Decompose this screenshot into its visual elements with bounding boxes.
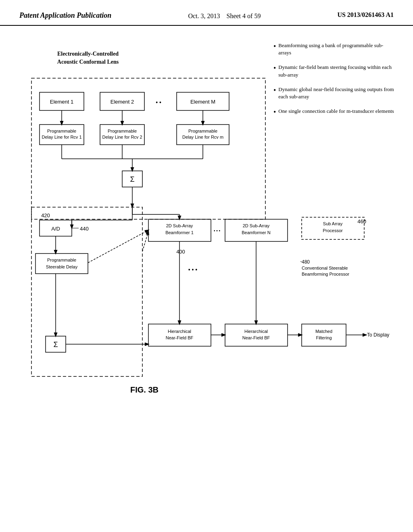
ref420-label: 420 — [41, 212, 50, 218]
delay1-line1: Programmable — [47, 129, 76, 133]
delayM-line1: Programmable — [188, 129, 217, 133]
svg-line-45 — [88, 230, 148, 263]
sheet-info: Sheet 4 of 59 — [227, 12, 261, 19]
prog-steerable-line1: Programmable — [47, 258, 76, 262]
delay2-line2: Delay Line for Rcv 2 — [102, 135, 142, 139]
hierarchicalN-line2: Near-Field BF — [242, 335, 270, 340]
svg-line-39 — [142, 231, 148, 251]
subarray-bfN-line2: Beamformer N — [242, 230, 271, 235]
dots-bf1: • • • — [214, 229, 221, 233]
diagram-container: • Beamforming using a bank of programmab… — [19, 34, 394, 477]
dots-elements: • • — [156, 99, 161, 106]
dots-vert-bf: • • • — [188, 266, 198, 273]
element2-label: Element 2 — [111, 99, 134, 105]
hierarchical1-line2: Near-Field BF — [166, 335, 194, 340]
delay1-line2: Delay Line for Rcv 1 — [42, 135, 81, 139]
matched-line2: Filtering — [316, 335, 332, 340]
element1-label: Element 1 — [50, 99, 74, 105]
header-center: Oct. 3, 2013 Sheet 4 of 59 — [188, 11, 261, 21]
ref400-label: 400 — [176, 249, 185, 255]
to-display-label: To Display — [367, 332, 389, 338]
svg-rect-21 — [35, 254, 88, 274]
conventional-label-ref: 480 — [302, 259, 310, 265]
diagram-svg: Element 1 Element 2 • • Element M Progra… — [19, 34, 394, 477]
hierarchical1-line1: Hierarchical — [168, 329, 191, 334]
subarray-bf1-line1: 2D Sub-Array — [166, 223, 193, 228]
ref440-label: 440 — [80, 226, 89, 232]
ref460-label: 460 — [357, 218, 366, 224]
patent-number: US 2013/0261463 A1 — [337, 11, 394, 19]
prog-steerable-line2: Steerable Delay — [46, 264, 78, 269]
main-content: • Beamforming using a bank of programmab… — [0, 26, 413, 485]
sigma-bottom-label: Σ — [53, 341, 58, 349]
matched-line1: Matched — [315, 329, 332, 334]
subarray-proc-line2: Processor — [323, 228, 343, 233]
fig-label: FIG. 3B — [130, 385, 159, 394]
sigma-top-label: Σ — [130, 175, 134, 183]
conventional-line1: Conventional Steerable — [302, 266, 348, 270]
ad-label: A/D — [51, 226, 60, 232]
subarray-bfN-line1: 2D Sub-Array — [243, 223, 270, 228]
page-header: Patent Application Publication Oct. 3, 2… — [0, 0, 413, 26]
subarray-bf1-line2: Beamformer 1 — [165, 230, 194, 235]
publication-title: Patent Application Publication — [19, 11, 111, 20]
conventional-line2: Beamforming Processor — [302, 272, 349, 276]
elementM-label: Element M — [190, 99, 215, 105]
svg-rect-17 — [31, 207, 142, 376]
hierarchicalN-line1: Hierarchical — [244, 329, 268, 334]
delayM-line2: Delay Line for Rcv m — [182, 135, 223, 139]
publication-date: Oct. 3, 2013 — [188, 12, 220, 19]
subarray-proc-line1: Sub Array — [323, 221, 343, 226]
delay2-line1: Programmable — [108, 129, 137, 133]
